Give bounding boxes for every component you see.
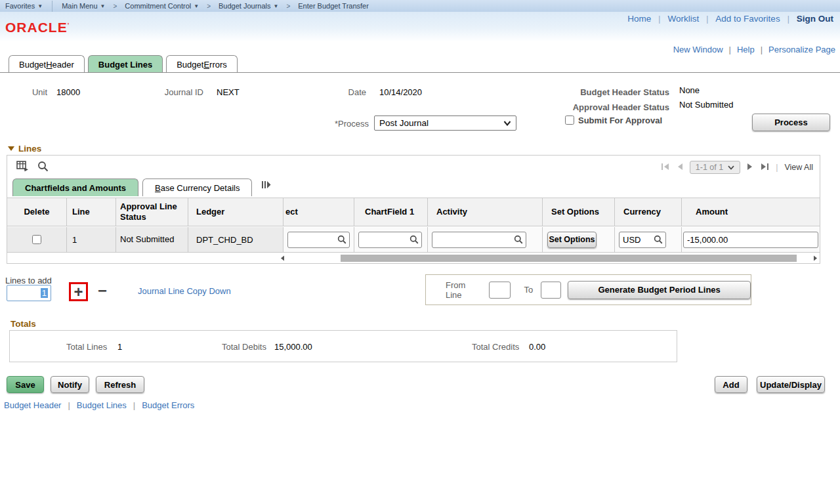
column-header-line: Line — [66, 198, 116, 226]
tab-underline — [0, 72, 840, 73]
footer-budget-errors-link[interactable]: Budget Errors — [142, 400, 194, 410]
lines-section-title: Lines — [18, 144, 41, 154]
link-separator: | — [706, 14, 708, 24]
delete-line-button[interactable]: − — [98, 284, 107, 297]
tab-budget-header[interactable]: Budget Header — [9, 55, 85, 73]
breadcrumb-separator: > — [286, 3, 290, 10]
column-header-object-truncated: ect — [283, 198, 354, 226]
scroll-left-icon[interactable] — [278, 255, 286, 261]
tab-label: Budget — [177, 60, 203, 70]
delete-cell — [7, 227, 66, 252]
sign-out-link[interactable]: Sign Out — [797, 14, 833, 24]
process-button[interactable]: Process — [752, 114, 830, 131]
scroll-right-icon[interactable] — [811, 255, 819, 261]
approval-line-status-cell: Not Submitted — [116, 227, 188, 252]
from-line-input[interactable] — [489, 282, 511, 299]
breadcrumb-item-commitment-control[interactable]: Commitment Control ▼ — [125, 2, 199, 10]
activity-input[interactable] — [432, 232, 526, 248]
highlight-box: + — [69, 282, 88, 301]
refresh-button[interactable]: Refresh — [96, 376, 144, 393]
journal-line-copy-down-link[interactable]: Journal Line Copy Down — [138, 286, 231, 296]
breadcrumb-divider — [52, 1, 52, 12]
link-separator: | — [658, 14, 660, 24]
process-select[interactable]: Post Journal — [374, 116, 516, 131]
tab-base-currency-details[interactable]: Base Currency Details — [142, 178, 252, 196]
total-lines-label: Total Lines — [66, 342, 107, 352]
amount-input[interactable] — [683, 232, 818, 248]
generate-budget-period-lines-button[interactable]: Generate Budget Period Lines — [568, 281, 751, 299]
footer-budget-header-link[interactable]: Budget Header — [4, 400, 61, 410]
tab-accesskey: H — [46, 60, 52, 70]
column-header-approval-line-status: Approval Line Status — [116, 198, 188, 226]
link-separator: | — [68, 400, 70, 410]
scrollbar-thumb[interactable] — [341, 255, 797, 262]
favorites-menu[interactable]: Favorites ▼ — [5, 2, 43, 10]
submit-for-approval-label: Submit For Approval — [578, 116, 662, 125]
submit-for-approval-checkbox[interactable] — [565, 116, 574, 125]
tab-budget-errors[interactable]: Budget Errors — [166, 55, 238, 73]
main-menu[interactable]: Main Menu ▼ — [62, 2, 105, 10]
approval-header-status-label: Approval Header Status — [538, 102, 669, 112]
total-credits-value: 0.00 — [529, 342, 545, 352]
date-value: 10/14/2020 — [379, 87, 422, 97]
update-display-button[interactable]: Update/Display — [757, 376, 825, 393]
personalize-page-link[interactable]: Personalize Page — [768, 45, 835, 54]
object-lookup-icon[interactable] — [337, 235, 346, 244]
journal-id-value: NEXT — [217, 87, 240, 97]
view-all-link[interactable]: View All — [784, 163, 813, 172]
help-link[interactable]: Help — [737, 45, 755, 54]
add-button[interactable]: Add — [715, 376, 747, 393]
new-window-link[interactable]: New Window — [673, 45, 723, 54]
delete-row-checkbox[interactable] — [32, 235, 41, 244]
tab-budget-lines[interactable]: Budget Lines — [88, 55, 163, 73]
column-header-set-options: Set Options — [542, 198, 614, 226]
activity-lookup-icon[interactable] — [514, 235, 523, 244]
link-separator: | — [761, 45, 763, 54]
breadcrumb-separator: > — [207, 3, 211, 10]
process-label: *Process — [303, 119, 369, 129]
column-header-ledger: Ledger — [188, 198, 283, 226]
pagination-range-select[interactable]: 1-1 of 1 — [690, 161, 740, 174]
activity-cell — [427, 227, 542, 252]
tab-label: Budget Lines — [98, 60, 152, 70]
total-lines-value: 1 — [117, 342, 122, 352]
favorites-label: Favorites — [5, 2, 35, 10]
grid-horizontal-scrollbar[interactable] — [278, 253, 819, 262]
lines-to-add-value: 1 — [41, 288, 48, 298]
to-input[interactable] — [541, 282, 561, 299]
to-label: To — [524, 285, 533, 295]
home-link[interactable]: Home — [627, 14, 651, 24]
tab-label: rrors — [209, 60, 227, 70]
footer-budget-lines-link[interactable]: Budget Lines — [77, 400, 127, 410]
totals-section-title: Totals — [10, 319, 36, 329]
lines-section-header[interactable]: Lines — [8, 144, 41, 154]
breadcrumb-item-label: Commitment Control — [125, 2, 191, 10]
lines-to-add-label: Lines to add — [5, 276, 52, 285]
breadcrumb-item-budget-journals[interactable]: Budget Journals ▼ — [219, 2, 278, 10]
worklist-link[interactable]: Worklist — [667, 14, 699, 24]
breadcrumb-item-enter-budget-transfer[interactable]: Enter Budget Transfer — [298, 2, 369, 10]
add-line-button[interactable]: + — [74, 285, 83, 299]
budget-header-status-label: Budget Header Status — [538, 87, 669, 97]
currency-lookup-icon[interactable] — [654, 235, 663, 244]
personalize-grid-icon[interactable] — [16, 161, 29, 175]
show-all-columns-icon[interactable] — [261, 180, 271, 192]
pagination-first-button[interactable] — [661, 163, 670, 173]
tab-chartfields-and-amounts[interactable]: Chartfields and Amounts — [12, 178, 138, 196]
notify-button[interactable]: Notify — [51, 376, 89, 393]
set-options-button[interactable]: Set Options — [547, 232, 597, 248]
amount-cell — [681, 227, 820, 252]
find-icon[interactable] — [37, 161, 49, 175]
chevron-down-icon — [728, 165, 734, 170]
lines-to-add-input[interactable]: 1 — [7, 285, 51, 301]
pagination-separator: | — [776, 163, 778, 172]
tab-label: eader — [52, 60, 74, 70]
pagination-last-button[interactable] — [760, 163, 769, 173]
pagination-prev-button[interactable] — [677, 163, 683, 173]
pagination-next-button[interactable] — [747, 163, 753, 173]
scrollbar-track[interactable] — [286, 254, 811, 262]
chartfield1-lookup-icon[interactable] — [410, 235, 419, 244]
add-to-favorites-link[interactable]: Add to Favorites — [715, 14, 780, 24]
breadcrumb-item-label: Enter Budget Transfer — [298, 2, 369, 10]
save-button[interactable]: Save — [7, 376, 44, 393]
